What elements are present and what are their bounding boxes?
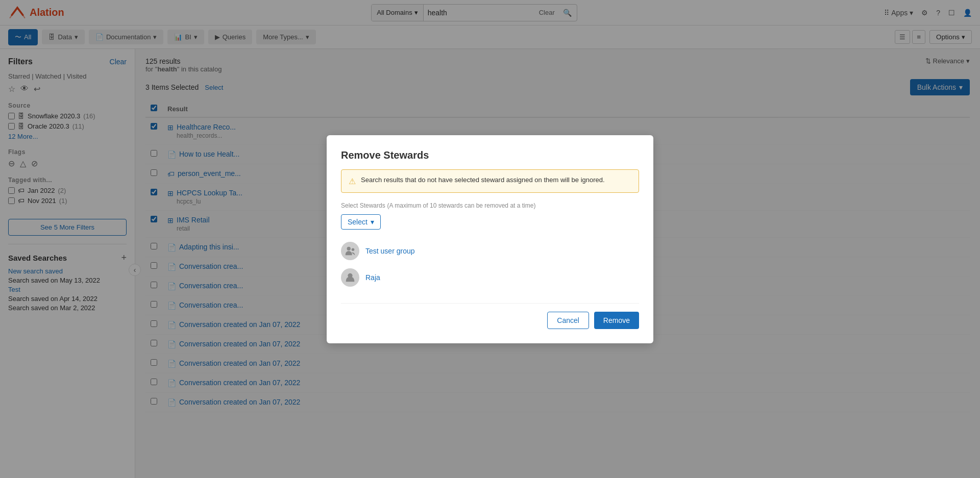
- svg-point-1: [352, 248, 355, 251]
- steward-item-group[interactable]: Test user group: [341, 238, 639, 264]
- modal-overlay[interactable]: Remove Stewards ⚠ Search results that do…: [0, 0, 980, 478]
- modal-title: Remove Stewards: [341, 149, 639, 161]
- select-stewards-label: Select Stewards (A maximum of 10 steward…: [341, 201, 639, 209]
- remove-stewards-modal: Remove Stewards ⚠ Search results that do…: [327, 135, 653, 343]
- warning-box: ⚠ Search results that do not have select…: [341, 169, 639, 193]
- steward-user-name: Raja: [365, 273, 380, 282]
- steward-list: Test user group Raja: [341, 238, 639, 291]
- steward-group-avatar: [341, 242, 359, 260]
- warning-icon: ⚠: [349, 177, 356, 186]
- modal-footer: Cancel Remove: [341, 303, 639, 329]
- steward-item-user[interactable]: Raja: [341, 264, 639, 291]
- warning-text: Search results that do not have selected…: [361, 176, 605, 184]
- svg-point-0: [347, 246, 351, 250]
- select-stewards-dropdown[interactable]: Select ▾: [341, 214, 381, 230]
- steward-group-name: Test user group: [365, 247, 415, 255]
- remove-button[interactable]: Remove: [594, 312, 639, 329]
- cancel-button[interactable]: Cancel: [547, 312, 589, 329]
- steward-user-avatar: [341, 268, 359, 287]
- chevron-down-icon: ▾: [371, 218, 374, 226]
